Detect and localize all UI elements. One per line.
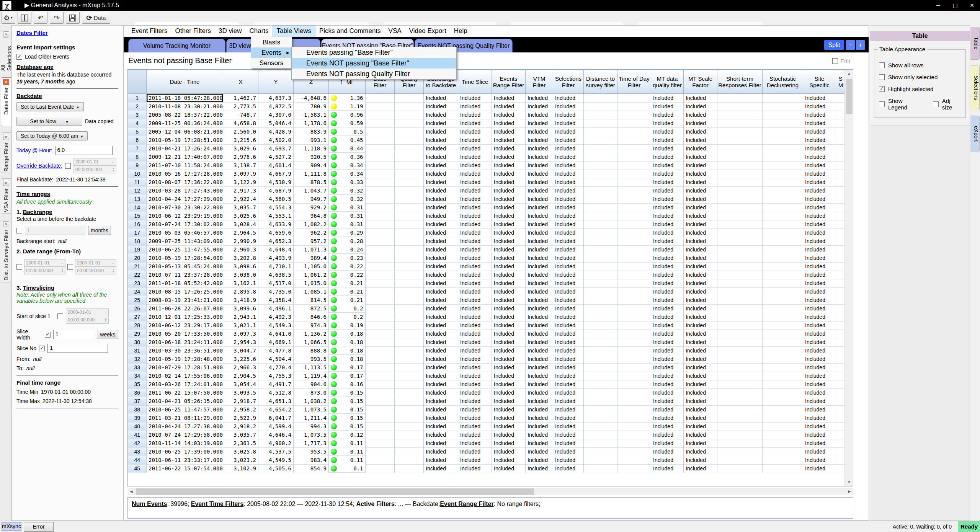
cell-date-time[interactable]: 2010-03-28 17:27:43.000 [147, 186, 223, 195]
horizontal-scrollbar[interactable]: ◀ ▶ [127, 488, 853, 495]
override-backdate-datetime[interactable]: 2000-01-01⌄ 00:00:00.000▲▼ [74, 158, 116, 173]
cell-y[interactable]: 4,517.0 [258, 279, 294, 287]
cell-filter[interactable] [617, 447, 651, 456]
cell-filter[interactable]: Included [553, 321, 584, 330]
cell-x[interactable]: 3,162.1 [223, 279, 258, 287]
cell-filter[interactable]: Included [458, 431, 492, 439]
cell-filter[interactable] [366, 127, 395, 136]
cell-filter[interactable] [395, 170, 424, 178]
cell-filter[interactable] [763, 186, 803, 195]
row-number-cell[interactable]: 2 [128, 102, 147, 111]
menu-video-export[interactable]: Video Export [405, 26, 450, 37]
cell-date-time[interactable]: 2010-02-14 17:55:06.000 [147, 372, 223, 380]
menu-table-views[interactable]: Table Views [273, 26, 315, 37]
cell-filter[interactable] [366, 304, 395, 313]
cell-y[interactable]: 4,654.2 [258, 405, 294, 414]
cell-ml[interactable]: 0.15 [329, 405, 366, 414]
cell-filter[interactable] [717, 330, 763, 338]
cell-filter[interactable] [763, 397, 803, 405]
cell-filter[interactable]: Included [684, 380, 717, 388]
cell-filter[interactable] [584, 136, 617, 144]
cell-filter[interactable]: Included [651, 388, 684, 397]
cell-filter[interactable]: Included [553, 456, 584, 464]
cell-filter[interactable]: Included [492, 414, 526, 422]
cell-filter[interactable] [717, 245, 763, 254]
row-number-cell[interactable]: 30 [128, 338, 147, 346]
cell-x[interactable]: 3,035.7 [223, 203, 258, 212]
cell-filter[interactable]: Included [651, 220, 684, 228]
cell-filter[interactable] [366, 237, 395, 245]
cell-filter[interactable]: Included [803, 397, 836, 405]
show-all-rows-checkbox[interactable] [879, 62, 885, 68]
cell-filter[interactable]: Included [684, 136, 717, 144]
cell-z[interactable]: 1,136.2 [294, 330, 329, 338]
cell-filter[interactable] [836, 388, 846, 397]
cell-filter[interactable] [584, 287, 617, 296]
cell-filter[interactable] [617, 271, 651, 279]
cell-filter[interactable] [395, 136, 424, 144]
cell-filter[interactable]: Included [526, 228, 553, 237]
cell-filter[interactable]: Included [458, 405, 492, 414]
layout-button[interactable] [18, 12, 31, 24]
cell-filter[interactable] [763, 447, 803, 456]
cell-filter[interactable] [717, 136, 763, 144]
cell-ml[interactable]: 0.22 [329, 271, 366, 279]
cell-filter[interactable] [366, 372, 395, 380]
cell-filter[interactable] [584, 397, 617, 405]
cell-filter[interactable] [763, 153, 803, 161]
cell-filter[interactable] [836, 102, 846, 111]
cell-filter[interactable] [366, 254, 395, 262]
cell-filter[interactable]: Included [424, 144, 458, 153]
cell-filter[interactable] [763, 271, 803, 279]
cell-filter[interactable] [763, 245, 803, 254]
cell-filter[interactable] [617, 203, 651, 212]
row-number-cell[interactable]: 21 [128, 262, 147, 271]
cell-x[interactable]: 2,918.7 [223, 397, 258, 405]
cell-filter[interactable]: Included [553, 355, 584, 363]
cell-z[interactable]: 873.0 [294, 388, 329, 397]
cell-filter[interactable]: Included [684, 102, 717, 111]
column-header-events-range-filter[interactable]: Events Range Filter [492, 70, 526, 94]
cell-filter[interactable]: Included [424, 228, 458, 237]
cell-z[interactable]: 1,066.5 [294, 338, 329, 346]
cell-filter[interactable]: Included [803, 380, 836, 388]
cell-filter[interactable] [617, 346, 651, 355]
cell-filter[interactable]: Included [526, 127, 553, 136]
cell-filter[interactable]: Included [526, 111, 553, 119]
cell-y[interactable]: 4,554.3 [258, 203, 294, 212]
cell-y[interactable]: 4,710.1 [258, 262, 294, 271]
cell-filter[interactable] [584, 186, 617, 195]
cell-filter[interactable] [366, 296, 395, 304]
cell-x[interactable]: 3,099.6 [223, 304, 258, 313]
cell-filter[interactable] [395, 254, 424, 262]
cell-filter[interactable]: Included [684, 405, 717, 414]
cell-filter[interactable]: Included [424, 195, 458, 203]
cell-filter[interactable] [366, 321, 395, 330]
row-number-cell[interactable]: 34 [128, 372, 147, 380]
cell-y[interactable]: 4,512.8 [258, 388, 294, 397]
row-number-cell[interactable]: 40 [128, 422, 147, 431]
cell-y[interactable]: 4,493.9 [258, 254, 294, 262]
cell-z[interactable]: 1,015.0 [294, 279, 329, 287]
cell-filter[interactable]: Included [526, 456, 553, 464]
cell-filter[interactable] [717, 388, 763, 397]
scroll-right-icon[interactable]: ▶ [846, 488, 853, 495]
cell-z[interactable]: 909.4 [294, 161, 329, 170]
slice-start-datetime[interactable]: 2000-01-01⌄ 00:00:00.000▲▼ [66, 308, 109, 324]
cell-x[interactable]: 3,102.9 [223, 464, 258, 473]
cell-date-time[interactable]: 2010-06-25 17:39:00.000 [147, 447, 223, 456]
cell-date-time[interactable]: 2010-05-19 17:28:54.000 [147, 254, 223, 262]
cell-filter[interactable] [366, 178, 395, 186]
cell-filter[interactable]: Included [553, 111, 584, 119]
cell-x[interactable]: 3,215.6 [223, 136, 258, 144]
cell-filter[interactable]: Included [458, 144, 492, 153]
cell-filter[interactable]: Included [526, 405, 553, 414]
cell-z[interactable]: 1,119.4 [294, 372, 329, 380]
cell-date-time[interactable]: 2010-06-12 23:29:17.000 [147, 321, 223, 330]
cell-filter[interactable]: Included [553, 279, 584, 287]
cell-filter[interactable]: Included [492, 330, 526, 338]
cell-filter[interactable]: Included [458, 372, 492, 380]
cell-filter[interactable]: Included [526, 464, 553, 473]
cell-filter[interactable] [617, 94, 651, 103]
cell-filter[interactable] [584, 203, 617, 212]
